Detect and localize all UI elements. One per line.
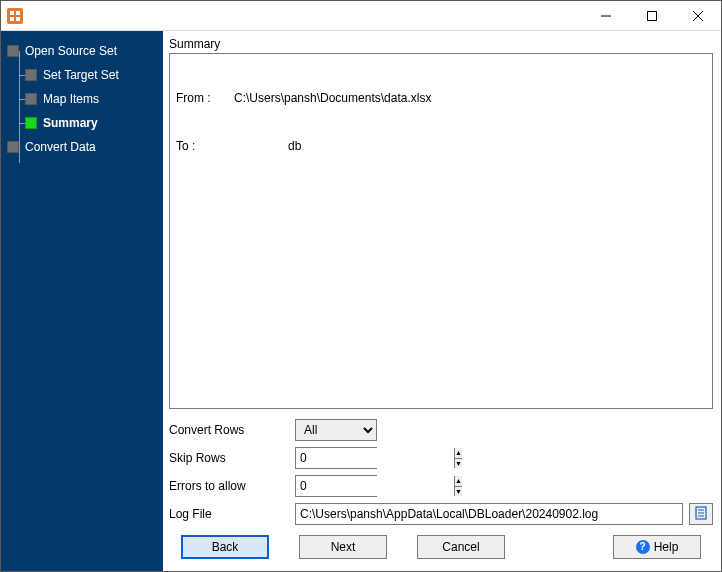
body: Open Source Set Set Target Set Map Items… bbox=[1, 31, 721, 571]
summary-to-key: To : bbox=[176, 138, 234, 154]
back-button[interactable]: Back bbox=[181, 535, 269, 559]
wizard-step-label: Set Target Set bbox=[43, 68, 119, 82]
step-marker-icon bbox=[25, 93, 37, 105]
wizard-step-label: Open Source Set bbox=[25, 44, 117, 58]
step-marker-icon bbox=[25, 69, 37, 81]
wizard-step-label: Map Items bbox=[43, 92, 99, 106]
summary-to-value: db bbox=[288, 138, 301, 154]
log-file-label: Log File bbox=[169, 507, 295, 521]
wizard-step-convert-data[interactable]: Convert Data bbox=[1, 135, 163, 159]
errors-allow-input[interactable] bbox=[296, 476, 454, 496]
main-panel: Summary From : C:\Users\pansh\Documents\… bbox=[163, 31, 721, 571]
help-button[interactable]: ? Help bbox=[613, 535, 701, 559]
skip-rows-input[interactable] bbox=[296, 448, 454, 468]
errors-allow-label: Errors to allow bbox=[169, 479, 295, 493]
maximize-button[interactable] bbox=[629, 1, 675, 30]
browse-log-file-button[interactable] bbox=[689, 503, 713, 525]
spinner-up-icon[interactable]: ▲ bbox=[455, 476, 462, 487]
titlebar bbox=[1, 1, 721, 31]
wizard-step-open-source-set[interactable]: Open Source Set bbox=[1, 39, 163, 63]
wizard-step-set-target-set[interactable]: Set Target Set bbox=[1, 63, 163, 87]
wizard-sidebar: Open Source Set Set Target Set Map Items… bbox=[1, 31, 163, 571]
step-marker-icon bbox=[7, 45, 19, 57]
cancel-button[interactable]: Cancel bbox=[417, 535, 505, 559]
file-icon bbox=[695, 506, 707, 523]
convert-rows-label: Convert Rows bbox=[169, 423, 295, 437]
summary-from-value: C:\Users\pansh\Documents\data.xlsx bbox=[234, 90, 431, 106]
window-controls bbox=[583, 1, 721, 30]
button-label: Cancel bbox=[442, 540, 479, 554]
section-title: Summary bbox=[169, 37, 713, 51]
wizard-step-map-items[interactable]: Map Items bbox=[1, 87, 163, 111]
skip-rows-label: Skip Rows bbox=[169, 451, 295, 465]
errors-allow-spinner[interactable]: ▲ ▼ bbox=[295, 475, 377, 497]
help-icon: ? bbox=[636, 540, 650, 554]
spinner-down-icon[interactable]: ▼ bbox=[455, 459, 462, 469]
summary-textbox[interactable]: From : C:\Users\pansh\Documents\data.xls… bbox=[169, 53, 713, 409]
svg-rect-1 bbox=[648, 11, 657, 20]
app-icon bbox=[7, 8, 23, 24]
skip-rows-spinner[interactable]: ▲ ▼ bbox=[295, 447, 377, 469]
button-label: Back bbox=[212, 540, 239, 554]
next-button[interactable]: Next bbox=[299, 535, 387, 559]
app-window: Open Source Set Set Target Set Map Items… bbox=[0, 0, 722, 572]
button-label: Help bbox=[654, 540, 679, 554]
step-marker-icon bbox=[7, 141, 19, 153]
convert-rows-select[interactable]: All bbox=[295, 419, 377, 441]
log-file-input[interactable] bbox=[295, 503, 683, 525]
wizard-step-label: Summary bbox=[43, 116, 98, 130]
wizard-step-summary[interactable]: Summary bbox=[1, 111, 163, 135]
button-label: Next bbox=[331, 540, 356, 554]
step-marker-icon bbox=[25, 117, 37, 129]
close-button[interactable] bbox=[675, 1, 721, 30]
button-bar: Back Next Cancel ? Help bbox=[169, 525, 713, 571]
summary-from-key: From : bbox=[176, 90, 234, 106]
wizard-step-label: Convert Data bbox=[25, 140, 96, 154]
options-grid: Convert Rows All Skip Rows ▲ ▼ bbox=[169, 419, 713, 525]
spinner-down-icon[interactable]: ▼ bbox=[455, 487, 462, 497]
spinner-up-icon[interactable]: ▲ bbox=[455, 448, 462, 459]
minimize-button[interactable] bbox=[583, 1, 629, 30]
